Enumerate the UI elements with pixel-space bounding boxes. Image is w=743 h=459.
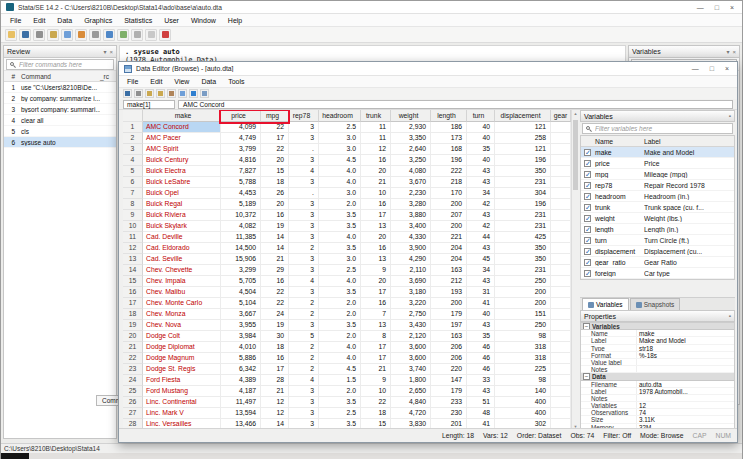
- cell-turn[interactable]: 33: [467, 375, 495, 386]
- cell-rep78[interactable]: 2: [289, 309, 319, 320]
- editor-menu-item-data[interactable]: Data: [195, 78, 222, 85]
- row-number[interactable]: 17: [123, 298, 143, 309]
- property-row[interactable]: Typestr18: [581, 345, 734, 352]
- cell-price[interactable]: 4,099: [221, 122, 261, 133]
- column-header-rc[interactable]: _rc: [100, 73, 116, 80]
- cell-headroom[interactable]: 3.0: [319, 133, 361, 144]
- cell-mpg[interactable]: 21: [261, 386, 289, 397]
- cell-turn[interactable]: 45: [467, 254, 495, 265]
- data-browser-icon[interactable]: [117, 29, 129, 41]
- cell-make[interactable]: Buick LeSabre: [143, 177, 221, 188]
- cell-price[interactable]: 7,827: [221, 166, 261, 177]
- cell-length[interactable]: 163: [431, 265, 467, 276]
- cell-displacement[interactable]: 98: [495, 375, 551, 386]
- cell-headroom[interactable]: 4.0: [319, 342, 361, 353]
- minimize-icon[interactable]: —: [697, 4, 704, 11]
- maximize-icon[interactable]: □: [710, 65, 714, 72]
- variable-checkbox[interactable]: [581, 215, 594, 222]
- viewer-icon[interactable]: [61, 29, 73, 41]
- name-column-header[interactable]: Name: [594, 138, 644, 145]
- variable-row[interactable]: turnTurn Circle (ft.): [581, 235, 734, 246]
- panel-menu-icon[interactable]: ▾: [103, 48, 106, 55]
- cell-mpg[interactable]: 20: [261, 155, 289, 166]
- column-header-weight[interactable]: weight: [391, 110, 431, 122]
- cell-length[interactable]: 193: [431, 287, 467, 298]
- cell-price[interactable]: 10,372: [221, 210, 261, 221]
- cell-weight[interactable]: 2,640: [391, 144, 431, 155]
- graph-icon[interactable]: [75, 29, 87, 41]
- cell-mpg[interactable]: 21: [261, 254, 289, 265]
- cell-gear[interactable]: [551, 342, 571, 353]
- cell-displacement[interactable]: 98: [495, 331, 551, 342]
- cell-turn[interactable]: 51: [467, 397, 495, 408]
- variable-row[interactable]: lengthLength (in.): [581, 224, 734, 235]
- cell-reference-box[interactable]: make[1]: [123, 100, 175, 109]
- cell-length[interactable]: 163: [431, 331, 467, 342]
- cell-gear[interactable]: [551, 353, 571, 364]
- variable-checkbox[interactable]: [581, 248, 594, 255]
- variable-row[interactable]: foreignCar type: [581, 268, 734, 279]
- cell-weight[interactable]: 3,280: [391, 199, 431, 210]
- cell-gear[interactable]: [551, 144, 571, 155]
- close-icon[interactable]: ×: [725, 65, 729, 72]
- property-row[interactable]: Observations74: [581, 409, 734, 416]
- row-number[interactable]: 16: [123, 287, 143, 298]
- cell-length[interactable]: 197: [431, 320, 467, 331]
- cell-turn[interactable]: 34: [467, 265, 495, 276]
- cell-trunk[interactable]: 16: [361, 199, 391, 210]
- row-number[interactable]: 25: [123, 386, 143, 397]
- cell-weight[interactable]: 3,430: [391, 320, 431, 331]
- cell-price[interactable]: 4,749: [221, 133, 261, 144]
- cell-rep78[interactable]: 3: [289, 221, 319, 232]
- cell-make[interactable]: AMC Concord: [143, 122, 221, 133]
- cell-turn[interactable]: 43: [467, 177, 495, 188]
- cell-mpg[interactable]: 28: [261, 375, 289, 386]
- cell-mpg[interactable]: 22: [261, 298, 289, 309]
- cell-gear[interactable]: [551, 375, 571, 386]
- row-number[interactable]: 3: [123, 144, 143, 155]
- cell-weight[interactable]: 3,670: [391, 177, 431, 188]
- property-row[interactable]: Notes: [581, 395, 734, 402]
- column-header-mpg[interactable]: mpg: [261, 110, 289, 122]
- edit-mode-icon[interactable]: [167, 89, 176, 98]
- cell-trunk[interactable]: 22: [361, 397, 391, 408]
- cell-length[interactable]: 233: [431, 397, 467, 408]
- collapse-icon[interactable]: −: [583, 323, 590, 329]
- minimize-icon[interactable]: —: [692, 65, 699, 72]
- cell-weight[interactable]: 3,600: [391, 353, 431, 364]
- cell-trunk[interactable]: 16: [361, 243, 391, 254]
- cell-headroom[interactable]: 2.5: [319, 265, 361, 276]
- cell-length[interactable]: 220: [431, 364, 467, 375]
- cell-headroom[interactable]: 4.5: [319, 155, 361, 166]
- cell-displacement[interactable]: 231: [495, 221, 551, 232]
- cell-price[interactable]: 15,906: [221, 254, 261, 265]
- cell-trunk[interactable]: 17: [361, 353, 391, 364]
- cell-trunk[interactable]: 13: [361, 254, 391, 265]
- cell-make[interactable]: Chev. Impala: [143, 276, 221, 287]
- editor-menu-item-edit[interactable]: Edit: [144, 78, 168, 85]
- cell-length[interactable]: 230: [431, 408, 467, 419]
- cell-length[interactable]: 204: [431, 254, 467, 265]
- cell-displacement[interactable]: 231: [495, 210, 551, 221]
- row-number[interactable]: 18: [123, 309, 143, 320]
- cell-gear[interactable]: [551, 276, 571, 287]
- cell-displacement[interactable]: 200: [495, 287, 551, 298]
- cell-turn[interactable]: 42: [467, 199, 495, 210]
- row-number[interactable]: 19: [123, 320, 143, 331]
- cell-displacement[interactable]: 350: [495, 243, 551, 254]
- cell-displacement[interactable]: 121: [495, 144, 551, 155]
- cell-mpg[interactable]: 22: [261, 122, 289, 133]
- cell-make[interactable]: Buick Century: [143, 155, 221, 166]
- cell-rep78[interactable]: 3: [289, 408, 319, 419]
- cell-rep78[interactable]: 3: [289, 397, 319, 408]
- cell-price[interactable]: 14,500: [221, 243, 261, 254]
- editor-menu-item-view[interactable]: View: [168, 78, 195, 85]
- cell-make[interactable]: Ford Fiesta: [143, 375, 221, 386]
- variable-checkbox[interactable]: [581, 270, 594, 277]
- cell-make[interactable]: AMC Pacer: [143, 133, 221, 144]
- cell-weight[interactable]: 3,350: [391, 133, 431, 144]
- row-number[interactable]: 12: [123, 243, 143, 254]
- row-number[interactable]: 22: [123, 353, 143, 364]
- cell-displacement[interactable]: 250: [495, 320, 551, 331]
- cell-gear[interactable]: [551, 188, 571, 199]
